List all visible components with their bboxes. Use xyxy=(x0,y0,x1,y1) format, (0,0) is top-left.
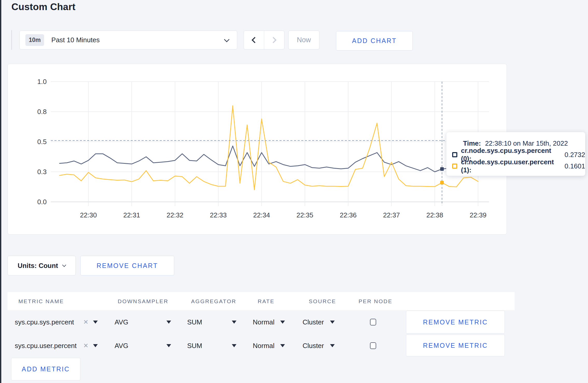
svg-text:1.0: 1.0 xyxy=(37,78,47,86)
remove-chart-button[interactable]: REMOVE CHART xyxy=(80,256,174,275)
toolbar-separator xyxy=(11,30,12,50)
svg-text:22:31: 22:31 xyxy=(123,211,140,219)
add-chart-button[interactable]: ADD CHART xyxy=(336,31,413,51)
chevron-left-icon xyxy=(251,37,258,43)
svg-text:22:37: 22:37 xyxy=(383,211,400,219)
metric-dropdown-caret-icon[interactable] xyxy=(93,321,98,324)
per-node-checkbox[interactable] xyxy=(370,342,376,349)
custom-chart-page: Custom Chart 10m Past 10 Minutes Now ADD… xyxy=(0,0,588,383)
chevron-down-icon xyxy=(224,37,229,42)
user-series-swatch-icon xyxy=(452,164,457,169)
close-icon[interactable]: ✕ xyxy=(83,318,88,326)
chevron-right-icon xyxy=(270,37,276,43)
col-header-downsampler: DOWNSAMPLER xyxy=(118,298,168,304)
metric-name-value[interactable]: sys.cpu.user.percent xyxy=(15,342,76,350)
col-header-per-node: PER NODE xyxy=(359,298,393,304)
rate-select[interactable]: Normal xyxy=(253,342,275,350)
tooltip-time-value: 22:38:10 on Mar 15th, 2022 xyxy=(485,139,568,147)
units-dropdown[interactable]: Units: Count xyxy=(8,256,76,275)
tooltip-series-value: 0.2732 xyxy=(564,151,585,159)
col-header-rate: RATE xyxy=(258,298,275,304)
sidebar-edge xyxy=(0,0,1,383)
aggregator-caret-icon[interactable] xyxy=(232,321,236,324)
remove-metric-button[interactable]: REMOVE METRIC xyxy=(406,311,505,334)
tooltip-series-value: 0.1601 xyxy=(564,162,585,170)
add-metric-button[interactable]: ADD METRIC xyxy=(11,358,80,380)
rate-caret-icon[interactable] xyxy=(280,321,285,324)
time-back-button[interactable] xyxy=(244,31,264,49)
aggregator-caret-icon[interactable] xyxy=(232,344,236,347)
svg-text:0.0: 0.0 xyxy=(37,198,47,206)
svg-text:22:39: 22:39 xyxy=(470,211,486,219)
metrics-chart[interactable]: 1.00.80.50.30.022:3022:3122:3222:3322:34… xyxy=(8,64,507,235)
svg-text:0.3: 0.3 xyxy=(37,168,47,176)
aggregator-select[interactable]: SUM xyxy=(187,318,202,326)
chart-card: 1.00.80.50.30.022:3022:3122:3222:3322:34… xyxy=(8,64,507,235)
sys-series-swatch-icon xyxy=(452,152,457,157)
downsampler-caret-icon[interactable] xyxy=(166,344,171,347)
remove-metric-button[interactable]: REMOVE METRIC xyxy=(406,335,505,356)
close-icon[interactable]: ✕ xyxy=(83,342,88,349)
table-row: sys.cpu.sys.percent ✕ AVG SUM Normal Clu… xyxy=(8,310,515,334)
table-row: sys.cpu.user.percent ✕ AVG SUM Normal Cl… xyxy=(8,334,515,357)
source-select[interactable]: Cluster xyxy=(303,342,324,350)
metric-dropdown-caret-icon[interactable] xyxy=(93,344,98,347)
per-node-checkbox[interactable] xyxy=(370,319,376,325)
svg-text:22:36: 22:36 xyxy=(340,211,356,219)
time-range-badge: 10m xyxy=(25,34,44,46)
svg-text:22:35: 22:35 xyxy=(296,211,313,219)
svg-text:22:30: 22:30 xyxy=(80,211,97,219)
svg-text:22:34: 22:34 xyxy=(253,211,270,219)
tooltip-time-label: Time: xyxy=(463,139,481,147)
metric-name-value[interactable]: sys.cpu.sys.percent xyxy=(15,318,74,326)
source-caret-icon[interactable] xyxy=(330,344,335,347)
downsampler-caret-icon[interactable] xyxy=(166,321,171,324)
time-range-label: Past 10 Minutes xyxy=(51,36,100,44)
time-forward-button[interactable] xyxy=(264,31,284,49)
chevron-down-icon xyxy=(62,263,66,267)
svg-text:0.5: 0.5 xyxy=(37,138,47,146)
downsampler-select[interactable]: AVG xyxy=(115,342,128,350)
now-button[interactable]: Now xyxy=(288,31,319,49)
svg-text:0.8: 0.8 xyxy=(37,108,47,116)
svg-text:22:33: 22:33 xyxy=(210,211,227,219)
col-header-metric-name: METRIC NAME xyxy=(18,298,64,304)
metrics-table-header: METRIC NAME DOWNSAMPLER AGGREGATOR RATE … xyxy=(8,292,515,310)
rate-caret-icon[interactable] xyxy=(280,344,285,347)
time-range-dropdown[interactable]: 10m Past 10 Minutes xyxy=(19,31,237,49)
source-caret-icon[interactable] xyxy=(330,321,335,324)
svg-text:22:32: 22:32 xyxy=(166,211,183,219)
page-title: Custom Chart xyxy=(11,2,75,12)
time-nav-group xyxy=(244,31,284,49)
tooltip-series-name: cr.node.sys.cpu.user.percent (1): xyxy=(461,158,561,174)
source-select[interactable]: Cluster xyxy=(303,318,324,326)
rate-select[interactable]: Normal xyxy=(253,318,275,326)
col-header-source: SOURCE xyxy=(309,298,336,304)
aggregator-select[interactable]: SUM xyxy=(187,342,202,350)
col-header-aggregator: AGGREGATOR xyxy=(191,298,236,304)
svg-text:22:38: 22:38 xyxy=(426,211,443,219)
chart-tooltip: Time: 22:38:10 on Mar 15th, 2022 cr.node… xyxy=(446,132,585,176)
units-label: Units: Count xyxy=(18,262,58,270)
downsampler-select[interactable]: AVG xyxy=(115,318,128,326)
